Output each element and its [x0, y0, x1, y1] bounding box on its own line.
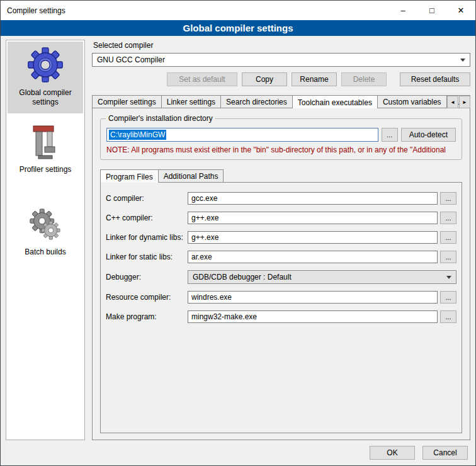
maximize-button[interactable]: □ [417, 1, 446, 20]
field-row-dynamic-linker: Linker for dynamic libs: ... [106, 231, 456, 244]
field-label: Linker for dynamic libs: [106, 233, 188, 242]
window-title: Compiler settings [1, 6, 65, 15]
blue-gear-icon [27, 47, 64, 83]
debugger-select[interactable]: GDB/CDB debugger : Default [188, 270, 456, 284]
reset-defaults-button[interactable]: Reset defaults [400, 72, 470, 86]
ok-button[interactable]: OK [370, 446, 415, 460]
field-label: Debugger: [106, 273, 188, 281]
dynamic-linker-input[interactable] [188, 231, 438, 244]
tab-program-files[interactable]: Program Files [100, 169, 159, 183]
c-compiler-browse-button[interactable]: ... [440, 192, 456, 205]
compiler-settings-dialog: Compiler settings – □ ✕ Global compiler … [0, 0, 476, 466]
selected-compiler-label: Selected compiler [93, 41, 470, 50]
field-label: C compiler: [106, 194, 188, 203]
installation-directory-group-title: Compiler's installation directory [106, 114, 215, 123]
install-dir-browse-button[interactable]: ... [382, 128, 398, 142]
sidebar-item-label: Batch builds [25, 247, 65, 257]
tab-scroll-left-icon[interactable]: ◄ [447, 96, 458, 108]
field-label: Resource compiler: [106, 293, 188, 302]
tab-custom-variables[interactable]: Custom variables [377, 95, 447, 108]
install-dir-input[interactable]: C:\raylib\MinGW [106, 128, 378, 142]
tab-scroll-controls: ◄ ► [447, 96, 470, 108]
tab-toolchain-executables[interactable]: Toolchain executables [292, 95, 378, 108]
titlebar: Compiler settings – □ ✕ [1, 1, 475, 20]
selected-compiler-select[interactable]: GNU GCC Compiler [92, 53, 470, 67]
sidebar-item-profiler-settings[interactable]: Profiler settings [8, 120, 83, 181]
cancel-button[interactable]: Cancel [422, 446, 468, 460]
field-label: Linker for static libs: [106, 253, 188, 261]
field-row-make-program: Make program: ... [106, 310, 456, 323]
bin-subdirectory-note: NOTE: All programs must exist either in … [106, 145, 456, 154]
settings-category-list: Global compiler settings Profiler settin… [6, 40, 85, 440]
debugger-value: GDB/CDB debugger : Default [193, 273, 443, 281]
window-controls: – □ ✕ [388, 1, 475, 20]
tab-linker-settings[interactable]: Linker settings [161, 95, 221, 108]
rename-button[interactable]: Rename [292, 72, 337, 86]
profiler-tool-icon [31, 125, 60, 160]
field-row-debugger: Debugger: GDB/CDB debugger : Default [106, 270, 456, 284]
gray-gears-icon [28, 207, 63, 242]
field-row-c-compiler: C compiler: ... [106, 192, 456, 205]
tab-compiler-settings[interactable]: Compiler settings [92, 95, 162, 108]
dynamic-linker-browse-button[interactable]: ... [440, 231, 456, 244]
cpp-compiler-input[interactable] [188, 212, 438, 224]
toolchain-executables-panel: Compiler's installation directory C:\ray… [92, 108, 470, 440]
close-button[interactable]: ✕ [446, 1, 475, 20]
sidebar-item-label: Profiler settings [20, 165, 72, 174]
program-files-tabbar: Program Files Additional Paths [100, 169, 462, 183]
delete-button[interactable]: Delete [341, 72, 387, 86]
tab-additional-paths[interactable]: Additional Paths [158, 169, 224, 183]
settings-tabbar: Compiler settings Linker settings Search… [92, 94, 470, 108]
installation-directory-group: Compiler's installation directory C:\ray… [100, 118, 462, 160]
resource-compiler-browse-button[interactable]: ... [440, 291, 456, 304]
field-label: Make program: [106, 312, 188, 321]
main-settings-area: Selected compiler GNU GCC Compiler Set a… [92, 40, 470, 440]
tab-search-directories[interactable]: Search directories [220, 95, 293, 108]
sidebar-item-batch-builds[interactable]: Batch builds [8, 202, 83, 263]
field-row-static-linker: Linker for static libs: ... [106, 251, 456, 263]
dialog-body: Global compiler settings Profiler settin… [6, 40, 470, 440]
field-row-cpp-compiler: C++ compiler: ... [106, 212, 456, 224]
sidebar-item-global-compiler-settings[interactable]: Global compiler settings [8, 42, 83, 113]
cpp-compiler-browse-button[interactable]: ... [440, 212, 456, 224]
resource-compiler-input[interactable] [188, 291, 438, 304]
auto-detect-button[interactable]: Auto-detect [401, 128, 456, 142]
chevron-down-icon [446, 276, 451, 279]
compiler-actions: Set as default Copy Rename Delete Reset … [92, 72, 470, 86]
page-title: Global compiler settings [1, 20, 475, 36]
set-as-default-button[interactable]: Set as default [167, 72, 237, 86]
dialog-footer: OK Cancel [370, 446, 468, 460]
make-program-browse-button[interactable]: ... [440, 310, 456, 323]
sidebar-item-label: Global compiler settings [10, 88, 81, 107]
static-linker-browse-button[interactable]: ... [440, 251, 456, 263]
tab-scroll-right-icon[interactable]: ► [459, 96, 470, 108]
installation-directory-row: C:\raylib\MinGW ... Auto-detect [106, 128, 456, 142]
make-program-input[interactable] [188, 310, 438, 323]
program-files-panel: C compiler: ... C++ compiler: ... Linker… [100, 182, 462, 433]
install-dir-selected-text: C:\raylib\MinGW [109, 130, 166, 140]
program-files-tabs: Program Files Additional Paths [100, 169, 462, 183]
c-compiler-input[interactable] [188, 192, 438, 205]
selected-compiler-value: GNU GCC Compiler [97, 55, 456, 64]
static-linker-input[interactable] [188, 251, 438, 263]
settings-tabs: Compiler settings Linker settings Search… [92, 94, 470, 108]
field-label: C++ compiler: [106, 213, 188, 222]
chevron-down-icon [460, 59, 465, 62]
field-row-resource-compiler: Resource compiler: ... [106, 291, 456, 304]
minimize-button[interactable]: – [388, 1, 417, 20]
copy-button[interactable]: Copy [242, 72, 287, 86]
